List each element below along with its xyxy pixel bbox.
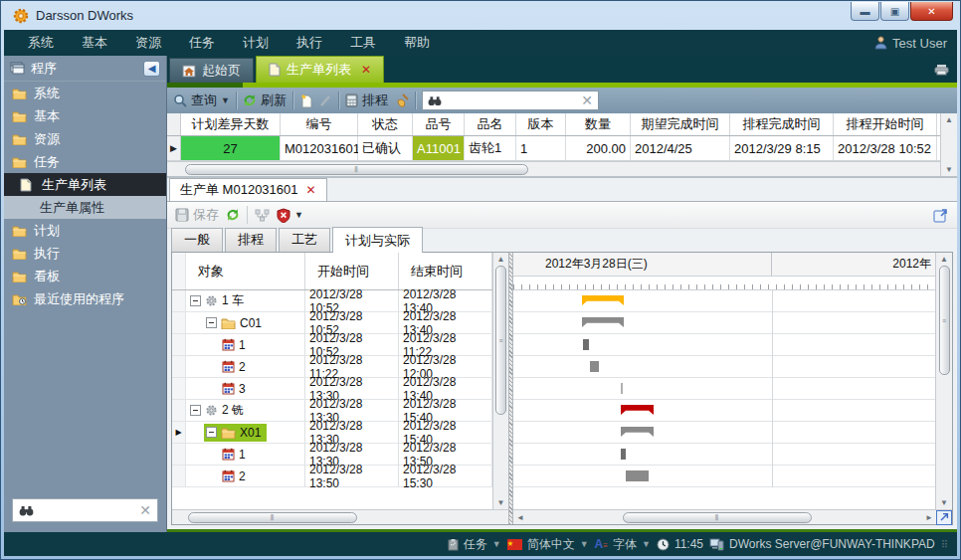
sidebar-item-5[interactable]: 生产单列表 — [4, 173, 166, 196]
column-header[interactable]: 品号 — [413, 113, 465, 135]
gantt-bar[interactable] — [590, 361, 599, 372]
orders-hscrollbar[interactable]: ⦀ — [167, 161, 940, 176]
gantt-hscrollbar[interactable]: ◄ ⦀ ► — [513, 509, 952, 524]
sidebar-item-2[interactable]: 基本 — [4, 104, 166, 127]
sidebar-collapse-button[interactable]: ◀ — [143, 61, 160, 77]
tab-2[interactable]: 生产单列表✕ — [256, 56, 384, 83]
sidebar-item-9[interactable]: 看板 — [4, 265, 166, 287]
gear-icon — [205, 404, 218, 417]
conflict-shield-button[interactable]: ▼ — [277, 208, 303, 223]
column-header[interactable]: 计划差异天数 — [181, 113, 281, 135]
sidebar-item-8[interactable]: 执行 — [4, 242, 166, 265]
detail-tab-2[interactable]: 排程 — [225, 228, 277, 252]
gantt-bar[interactable] — [626, 470, 649, 481]
detail-tab-1[interactable]: 一般 — [171, 228, 223, 252]
detail-tab-3[interactable]: 工艺 — [279, 228, 330, 252]
new-record-icon[interactable] — [299, 93, 313, 108]
expand-toggle[interactable] — [190, 295, 201, 306]
status-font-menu[interactable]: A≡ 字体 ▼ — [595, 536, 651, 553]
sidebar-search-input[interactable] — [40, 502, 133, 518]
tree-node-label: 1 — [239, 448, 246, 462]
column-header[interactable]: 排程完成时间 — [730, 113, 834, 135]
restore-button[interactable]: ▣ — [880, 2, 909, 21]
sidebar-item-3[interactable]: 资源 — [4, 127, 166, 150]
detail-tab-close-icon[interactable]: ✕ — [306, 183, 316, 197]
column-header[interactable]: 品名 — [465, 113, 516, 135]
refresh-button[interactable]: 刷新 — [243, 92, 287, 109]
tree-column-header[interactable]: 开始时间 — [305, 253, 399, 289]
grid-filter-input[interactable] — [447, 93, 576, 108]
detail-tab-4[interactable]: 计划与实际 — [332, 227, 423, 253]
gantt-popout-icon[interactable] — [936, 510, 952, 525]
sidebar-search-clear-icon[interactable]: ✕ — [139, 502, 151, 518]
hscroll-left-arrow[interactable]: ◄ — [513, 513, 527, 522]
grid-filter-clear-icon[interactable]: ✕ — [581, 93, 593, 108]
calendar-icon — [222, 338, 235, 351]
folder-icon — [12, 248, 28, 260]
menu-item-8[interactable]: 帮助 — [390, 34, 444, 52]
query-dropdown-icon[interactable]: ▼ — [221, 95, 230, 105]
edit-icon[interactable] — [319, 94, 332, 107]
tree-object-cell: 2 — [186, 356, 305, 377]
menu-item-2[interactable]: 基本 — [68, 34, 121, 52]
tree-row[interactable]: 22012/3/28 13:502012/3/28 15:30 — [172, 466, 492, 487]
detail-tab-label: 生产单 M012031601 — [180, 181, 298, 199]
tree-hscrollbar[interactable]: ⦀ — [172, 509, 508, 524]
schedule-button[interactable]: 排程 — [345, 92, 388, 109]
column-header[interactable]: 编号 — [281, 113, 358, 135]
menu-item-7[interactable]: 工具 — [336, 34, 390, 52]
shield-dropdown-icon[interactable]: ▼ — [294, 210, 303, 220]
routing-icon[interactable] — [255, 209, 270, 222]
printer-icon[interactable] — [934, 64, 949, 76]
gantt-bar[interactable] — [583, 339, 589, 350]
clock-icon — [657, 538, 670, 551]
window-title: Darsson DWorks — [36, 8, 851, 23]
sidebar-item-1[interactable]: 系统 — [4, 82, 166, 104]
broom-icon[interactable] — [394, 93, 409, 107]
user-badge[interactable]: Test User — [874, 36, 947, 51]
tree-vscrollbar[interactable]: ▲≡▼ — [492, 253, 508, 509]
status-task-menu[interactable]: 任务 ▼ — [448, 536, 501, 553]
expand-toggle[interactable] — [206, 317, 217, 328]
menu-item-5[interactable]: 计划 — [229, 34, 283, 52]
menu-item-3[interactable]: 资源 — [121, 34, 175, 52]
gantt-vscrollbar[interactable]: ▲≡▼ — [935, 253, 952, 509]
sidebar-item-4[interactable]: 任务 — [4, 150, 166, 173]
menu-item-1[interactable]: 系统 — [14, 34, 68, 52]
language-dropdown-icon[interactable]: ▼ — [580, 539, 589, 549]
sidebar-item-7[interactable]: 计划 — [4, 219, 166, 242]
task-dropdown-icon[interactable]: ▼ — [492, 539, 501, 549]
expand-toggle[interactable] — [206, 427, 217, 438]
tab-1[interactable]: 起始页 — [169, 58, 254, 83]
menu-item-6[interactable]: 执行 — [283, 34, 336, 52]
save-button[interactable]: 保存 — [175, 206, 219, 224]
orders-header-cells: 计划差异天数编号状态品号品名版本数量期望完成时间排程完成时间排程开始时间 — [181, 113, 937, 135]
order-row[interactable]: ▶27M012031601已确认A11001齿轮11200.002012/4/2… — [167, 136, 940, 161]
close-button[interactable]: ✕ — [910, 2, 953, 21]
gantt-bar[interactable] — [621, 449, 626, 460]
expand-toggle[interactable] — [190, 405, 201, 416]
menu-item-4[interactable]: 任务 — [175, 34, 229, 52]
minimize-button[interactable]: ▬ — [851, 2, 879, 21]
column-header[interactable]: 数量 — [566, 113, 631, 135]
tree-column-header[interactable]: 结束时间 — [399, 253, 492, 289]
column-header[interactable]: 状态 — [358, 113, 413, 135]
sidebar-item-label: 生产单属性 — [40, 199, 104, 217]
orders-vscrollbar[interactable]: ▲▼ — [940, 113, 957, 176]
gantt-bar[interactable] — [621, 383, 623, 394]
column-header[interactable]: 期望完成时间 — [631, 113, 730, 135]
tab-close-icon[interactable]: ✕ — [361, 63, 371, 77]
detail-tab[interactable]: 生产单 M012031601 ✕ — [169, 178, 327, 201]
column-header[interactable]: 排程开始时间 — [834, 113, 937, 135]
column-header[interactable]: 版本 — [516, 113, 566, 135]
gantt-date-label: 2012年3月28日(三) — [513, 253, 772, 276]
hscroll-right-arrow[interactable]: ► — [922, 513, 936, 522]
font-dropdown-icon[interactable]: ▼ — [642, 539, 651, 549]
popout-icon[interactable] — [933, 208, 949, 223]
tree-column-header[interactable]: 对象 — [186, 253, 305, 289]
query-button[interactable]: 查询 ▼ — [173, 92, 230, 109]
sidebar-item-10[interactable]: 最近使用的程序 — [4, 287, 166, 310]
status-language-menu[interactable]: 简体中文 ▼ — [507, 536, 589, 553]
detail-refresh-icon[interactable] — [226, 208, 240, 222]
sidebar-item-6[interactable]: 生产单属性 — [4, 196, 166, 219]
